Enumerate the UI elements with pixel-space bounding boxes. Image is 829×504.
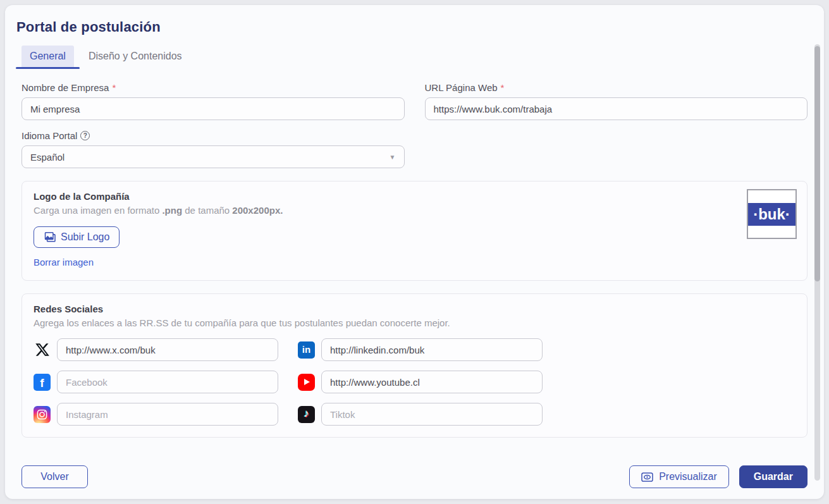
buk-logo: ·buk· (748, 203, 795, 226)
social-row-linkedin: in (298, 338, 543, 361)
social-row-youtube (298, 371, 543, 393)
instagram-url-input[interactable] (57, 403, 278, 426)
tab-general[interactable]: General (21, 46, 74, 67)
facebook-icon: f (34, 374, 51, 391)
linkedin-icon: in (298, 341, 315, 359)
instagram-icon (34, 406, 51, 423)
footer-actions: Volver Previsualizar Guardar (21, 465, 808, 488)
company-name-field-group: Nombre de Empresa * (21, 82, 405, 120)
page-title: Portal de postulación (16, 19, 808, 35)
image-icon (44, 232, 56, 243)
portal-language-label: Idioma Portal ? (21, 130, 405, 141)
required-asterisk: * (501, 82, 505, 93)
preview-eye-icon (641, 472, 653, 482)
social-section-title: Redes Sociales (34, 304, 795, 314)
back-button[interactable]: Volver (21, 465, 88, 488)
save-button[interactable]: Guardar (739, 465, 808, 488)
website-url-input[interactable] (425, 97, 808, 120)
youtube-icon (298, 374, 315, 391)
delete-image-link[interactable]: Borrar imagen (34, 257, 94, 267)
company-name-input[interactable] (21, 97, 405, 120)
scrollbar[interactable] (814, 44, 820, 481)
social-section-subtitle: Agrega los enlaces a las RR.SS de tu com… (34, 317, 795, 328)
play-triangle-icon (304, 379, 310, 385)
facebook-url-input[interactable] (57, 371, 278, 393)
social-row-tiktok: ♪ (298, 403, 543, 426)
social-row-facebook: f (34, 371, 278, 393)
social-links-grid: in f (34, 338, 795, 428)
tab-bar: General Diseño y Contenidos (21, 46, 808, 67)
preview-button[interactable]: Previsualizar (629, 465, 729, 488)
upload-logo-button[interactable]: Subir Logo (34, 226, 120, 248)
website-url-label: URL Página Web * (425, 82, 808, 93)
x-twitter-icon (34, 341, 51, 359)
company-logo-section: Logo de la Compañía Carga una imagen en … (21, 181, 808, 281)
tiktok-icon: ♪ (298, 406, 315, 423)
help-question-icon[interactable]: ? (80, 131, 90, 140)
tiktok-url-input[interactable] (321, 403, 543, 426)
social-row-x (34, 338, 278, 361)
portal-settings-card: Portal de postulación General Diseño y C… (5, 5, 824, 499)
company-logo-preview: ·buk· (747, 189, 797, 239)
social-networks-section: Redes Sociales Agrega los enlaces a las … (21, 293, 808, 438)
website-url-field-group: URL Página Web * (425, 82, 808, 120)
x-url-input[interactable] (57, 338, 278, 361)
chevron-down-icon: ▼ (390, 154, 396, 161)
portal-language-select[interactable]: Español ▼ (21, 145, 405, 168)
youtube-url-input[interactable] (321, 371, 543, 393)
logo-section-title: Logo de la Compañía (34, 191, 795, 202)
scrollbar-thumb[interactable] (814, 46, 820, 281)
general-fields: Nombre de Empresa * URL Página Web * Idi… (21, 82, 808, 168)
portal-language-selected-value: Español (30, 152, 64, 163)
portal-language-field-group: Idioma Portal ? Español ▼ (21, 130, 405, 168)
logo-section-subtitle: Carga una imagen en formato .png de tama… (34, 205, 795, 216)
footer-right-actions: Previsualizar Guardar (629, 465, 808, 488)
required-asterisk: * (112, 82, 116, 93)
company-name-label: Nombre de Empresa * (21, 82, 405, 93)
social-row-instagram (34, 403, 278, 426)
linkedin-url-input[interactable] (321, 338, 543, 361)
tab-design-contents[interactable]: Diseño y Contenidos (80, 46, 190, 67)
